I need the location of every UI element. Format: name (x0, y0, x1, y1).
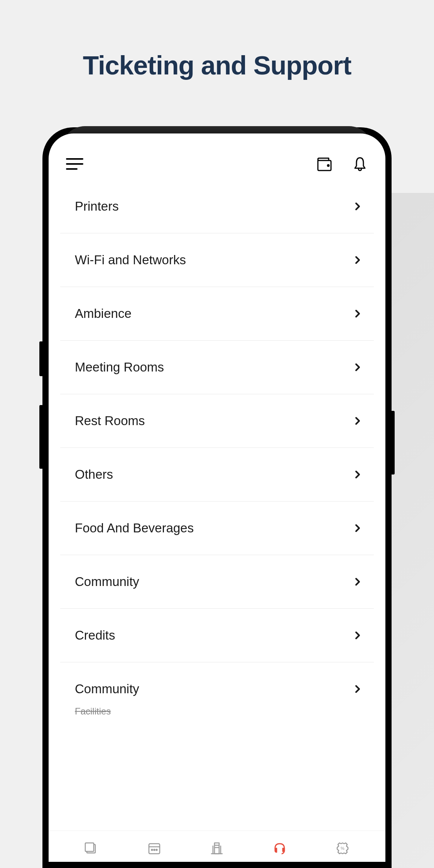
nav-settings-icon[interactable]: % (335, 841, 350, 856)
category-item-others[interactable]: Others (60, 448, 374, 502)
phone-side-button (39, 341, 42, 376)
category-label: Community (75, 574, 139, 589)
svg-rect-6 (149, 844, 160, 854)
category-label: Rest Rooms (75, 414, 145, 428)
svg-point-8 (151, 849, 152, 851)
category-item-community-2[interactable]: Community Facilities (60, 662, 374, 716)
phone-side-button (39, 405, 42, 469)
category-item-food-beverages[interactable]: Food And Beverages (60, 502, 374, 555)
category-item-rest-rooms[interactable]: Rest Rooms (60, 394, 374, 448)
category-label: Community (75, 682, 139, 696)
category-label: Credits (75, 628, 115, 643)
category-label: Others (75, 467, 113, 482)
category-list: Printers Wi-Fi and Networks Ambience (49, 184, 385, 831)
svg-point-3 (328, 165, 329, 166)
svg-rect-5 (85, 843, 94, 851)
svg-rect-11 (214, 843, 219, 854)
category-item-community[interactable]: Community (60, 555, 374, 609)
category-label: Food And Beverages (75, 521, 194, 535)
category-item-ambience[interactable]: Ambience (60, 287, 374, 341)
category-item-printers[interactable]: Printers (60, 184, 374, 233)
category-label: Wi-Fi and Networks (75, 253, 186, 267)
chevron-right-icon (353, 631, 362, 640)
chevron-right-icon (353, 577, 362, 586)
app-screen: Printers Wi-Fi and Networks Ambience (49, 133, 385, 862)
bell-icon[interactable] (352, 156, 368, 172)
chevron-right-icon (353, 524, 362, 533)
chevron-right-icon (353, 202, 362, 211)
chevron-right-icon (353, 470, 362, 479)
phone-side-button (392, 411, 395, 475)
menu-icon[interactable] (66, 157, 83, 171)
chevron-right-icon (353, 363, 362, 372)
wallet-icon[interactable] (316, 156, 333, 172)
category-label: Meeting Rooms (75, 360, 164, 375)
category-item-meeting-rooms[interactable]: Meeting Rooms (60, 341, 374, 394)
category-label: Ambience (75, 306, 132, 321)
category-item-wifi[interactable]: Wi-Fi and Networks (60, 233, 374, 287)
svg-point-9 (154, 849, 155, 851)
category-sublabel: Facilities (75, 706, 111, 717)
svg-point-10 (156, 849, 157, 851)
bottom-nav: % (49, 831, 385, 862)
nav-building-icon[interactable] (209, 841, 225, 856)
category-item-credits[interactable]: Credits (60, 609, 374, 662)
svg-text:%: % (341, 846, 344, 851)
chevron-right-icon (353, 684, 362, 694)
category-label: Printers (75, 199, 119, 214)
page-title: Ticketing and Support (0, 0, 434, 80)
chevron-right-icon (353, 309, 362, 318)
nav-support-icon[interactable] (272, 841, 287, 856)
chevron-right-icon (353, 255, 362, 265)
chevron-right-icon (353, 416, 362, 426)
nav-home-icon[interactable] (84, 841, 99, 856)
phone-frame: Printers Wi-Fi and Networks Ambience (42, 127, 392, 868)
app-header (49, 133, 385, 184)
header-actions (316, 156, 368, 172)
nav-calendar-icon[interactable] (147, 841, 162, 856)
